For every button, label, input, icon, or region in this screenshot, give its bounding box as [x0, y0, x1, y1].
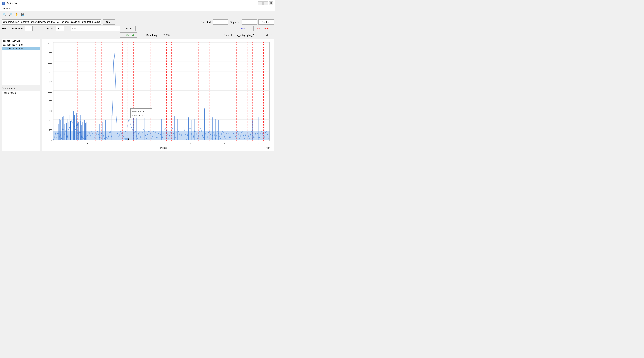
svg-text:×10⁴: ×10⁴: [266, 146, 270, 149]
svg-text:Points: Points: [160, 146, 166, 149]
open-button[interactable]: Open: [103, 19, 115, 25]
epoch-unit: sec: [66, 27, 69, 30]
save-icon[interactable]: 💾: [20, 12, 26, 17]
write-to-file-button[interactable]: Write To File: [254, 26, 274, 31]
svg-text:0: 0: [51, 138, 52, 141]
start-from-label: Start from:: [12, 27, 23, 30]
gap-start-input[interactable]: [213, 19, 228, 25]
svg-text:Index: 10526: Index: 10526: [132, 110, 144, 113]
gap-start-label: Gap start:: [200, 21, 211, 24]
svg-text:0: 0: [53, 142, 54, 145]
svg-text:3: 3: [155, 142, 156, 145]
zoom-out-icon[interactable]: 🔎: [8, 12, 13, 17]
gap-end-label: Gap end:: [230, 21, 240, 24]
confirm-button[interactable]: Confirm: [258, 19, 274, 25]
left-panel: ex_actigraphy.txtex_actigraphy_1.txtex_a…: [2, 39, 40, 151]
chart-svg: 0 200 400 600 800 1000 1200 1400 1600 18…: [42, 39, 274, 151]
data-length-value: 63360: [163, 34, 170, 36]
filepath-input[interactable]: [2, 19, 101, 25]
svg-text:400: 400: [49, 119, 52, 122]
main-area: ex_actigraphy.txtex_actigraphy_1.txtex_a…: [2, 39, 274, 151]
zoom-in-icon[interactable]: 🔍: [2, 12, 7, 17]
file-list-item[interactable]: ex_actigraphy.txt: [2, 39, 40, 43]
svg-text:Amplitude: 5: Amplitude: 5: [132, 114, 144, 117]
row-filepath: Open Gap start: Gap end: Confirm: [2, 19, 274, 25]
epoch-label: Epoch:: [47, 27, 55, 30]
file-list-box: ex_actigraphy.txtex_actigraphy_1.txtex_a…: [2, 39, 40, 85]
svg-text:800: 800: [49, 100, 52, 103]
gap-preview-box: 10153 10526: [2, 91, 40, 151]
svg-text:5: 5: [224, 142, 225, 145]
epoch-input[interactable]: [56, 26, 64, 31]
close-button[interactable]: ✕: [269, 1, 273, 5]
file-list-label: File list:: [2, 27, 10, 30]
svg-rect-140: [53, 131, 270, 140]
hash-label: #: [266, 34, 268, 36]
svg-rect-194: [125, 138, 128, 140]
svg-text:4: 4: [190, 142, 191, 145]
svg-text:1600: 1600: [48, 62, 52, 64]
svg-text:1400: 1400: [48, 71, 52, 74]
content-area: Open Gap start: Gap end: Confirm File li…: [0, 18, 275, 153]
current-value: ex_actigraphy_2.txt: [236, 34, 257, 36]
epoch-type-input[interactable]: [71, 26, 120, 31]
svg-text:2000: 2000: [48, 42, 52, 45]
svg-text:2: 2: [121, 142, 122, 145]
toolbar: 🔍 🔎 ✋ 💾: [0, 11, 275, 18]
row-controls: File list: Start from: Epoch: sec Select…: [2, 26, 274, 31]
minimize-button[interactable]: ─: [258, 1, 262, 5]
select-button[interactable]: Select: [122, 26, 136, 31]
window-title: DefineGap: [6, 2, 18, 4]
pan-icon[interactable]: ✋: [14, 12, 19, 17]
menu-bar: About: [0, 6, 275, 11]
file-list-item[interactable]: ex_actigraphy_2.txt: [2, 47, 40, 50]
row-plotnext: Plot&Next Data length: 63360 Current: ex…: [2, 32, 274, 38]
title-bar: D DefineGap ─ □ ✕: [0, 0, 275, 6]
plotnext-button[interactable]: Plot&Next: [120, 32, 137, 38]
svg-text:1000: 1000: [48, 90, 52, 93]
svg-text:600: 600: [49, 110, 52, 112]
svg-point-195: [128, 138, 129, 140]
maximize-button[interactable]: □: [264, 1, 268, 5]
markit-button[interactable]: Mark it: [238, 26, 252, 31]
svg-text:1200: 1200: [48, 81, 52, 84]
start-from-input[interactable]: [25, 26, 32, 31]
main-window: D DefineGap ─ □ ✕ About 🔍 🔎 ✋ 💾 Open Gap…: [0, 0, 276, 153]
app-icon: D: [2, 2, 5, 5]
gap-preview-label: Gap preview:: [2, 87, 40, 90]
file-list-item[interactable]: ex_actigraphy_1.txt: [2, 43, 40, 47]
svg-text:1: 1: [87, 142, 88, 145]
data-length-label: Data length:: [146, 34, 160, 36]
current-label: Current:: [224, 34, 232, 36]
menu-about[interactable]: About: [2, 7, 11, 10]
chart-container[interactable]: 0 200 400 600 800 1000 1200 1400 1600 18…: [42, 39, 274, 151]
svg-text:1800: 1800: [48, 52, 52, 55]
gap-preview-entry: 10153 10526: [3, 92, 16, 94]
hash-value: 3: [271, 34, 272, 36]
gap-end-input[interactable]: [242, 19, 257, 25]
svg-text:6: 6: [258, 142, 259, 145]
svg-text:200: 200: [49, 129, 52, 132]
